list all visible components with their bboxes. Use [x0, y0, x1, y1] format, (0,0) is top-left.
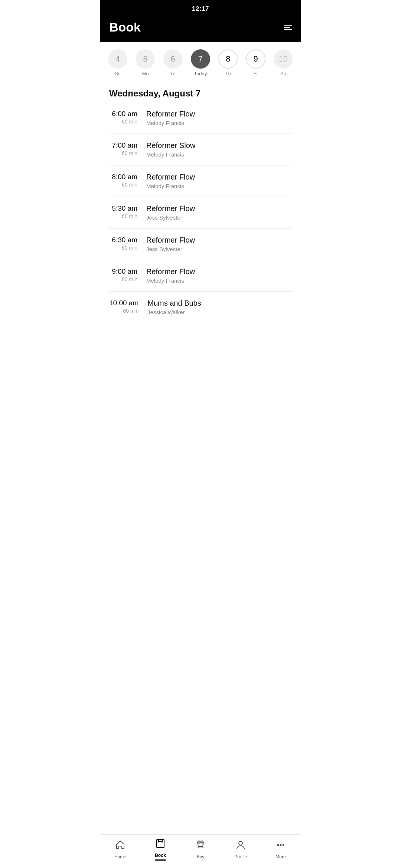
class-info-4: Reformer Flow Jess Sylvester: [146, 204, 292, 221]
class-item-6[interactable]: 9:00 am 60 min Reformer Flow Melody Fran…: [109, 260, 292, 292]
date-item-today[interactable]: 7 Today: [189, 49, 212, 76]
class-info-7: Mums and Bubs Jessica Walker: [147, 299, 292, 315]
page-title: Book: [109, 20, 141, 34]
class-item-1[interactable]: 6:00 am 60 min Reformer Flow Melody Fran…: [109, 102, 292, 134]
date-circle-6: 6: [163, 49, 183, 69]
date-circle-9: 9: [246, 49, 265, 69]
date-circle-7: 7: [191, 49, 210, 69]
class-info-3: Reformer Flow Melody Francis: [146, 173, 292, 189]
class-info-5: Reformer Flow Jess Sylvester: [146, 236, 292, 252]
date-item-th[interactable]: 8 Th: [217, 49, 239, 76]
class-item-4[interactable]: 5:30 am 60 min Reformer Flow Jess Sylves…: [109, 197, 292, 228]
date-label-tu: Tu: [170, 71, 176, 76]
class-list: 6:00 am 60 min Reformer Flow Melody Fran…: [100, 102, 301, 323]
app-header: Book: [100, 16, 301, 42]
class-time-4: 5:30 am 60 min: [109, 204, 146, 219]
date-item-sa[interactable]: 10 Sa: [272, 49, 294, 76]
class-info-1: Reformer Flow Melody Francis: [146, 110, 292, 126]
class-time-1: 6:00 am 60 min: [109, 110, 146, 125]
class-item-2[interactable]: 7:00 am 60 min Reformer Slow Melody Fran…: [109, 134, 292, 165]
date-label-sa: Sa: [280, 71, 286, 76]
date-label-su: Su: [115, 71, 121, 76]
status-time: 12:17: [192, 5, 209, 12]
class-info-6: Reformer Flow Melody Francis: [146, 267, 292, 284]
date-selector: 4 Su 5 Mo 6 Tu 7 Today 8 Th 9 Fr 10 Sa: [100, 42, 301, 82]
class-item-5[interactable]: 6:30 am 60 min Reformer Flow Jess Sylves…: [109, 228, 292, 260]
class-time-3: 8:00 am 60 min: [109, 173, 146, 188]
date-circle-10: 10: [274, 49, 293, 69]
class-item-7[interactable]: 10:00 am 60 min Mums and Bubs Jessica Wa…: [109, 292, 292, 323]
date-item-tu[interactable]: 6 Tu: [162, 49, 184, 76]
date-item-su[interactable]: 4 Su: [107, 49, 129, 76]
class-time-7: 10:00 am 60 min: [109, 299, 147, 314]
date-heading: Wednesday, August 7: [100, 82, 301, 102]
date-item-fr[interactable]: 9 Fr: [245, 49, 267, 76]
class-item-3[interactable]: 8:00 am 60 min Reformer Flow Melody Fran…: [109, 165, 292, 197]
class-time-6: 9:00 am 60 min: [109, 267, 146, 282]
page-content: 4 Su 5 Mo 6 Tu 7 Today 8 Th 9 Fr 10 Sa W…: [100, 42, 301, 356]
date-label-th: Th: [225, 71, 231, 76]
filter-icon[interactable]: [284, 25, 292, 30]
date-circle-8: 8: [218, 49, 238, 69]
date-item-mo[interactable]: 5 Mo: [134, 49, 156, 76]
date-circle-4: 4: [108, 49, 127, 69]
class-time-5: 6:30 am 60 min: [109, 236, 146, 251]
date-label-fr: Fr: [253, 71, 258, 76]
date-label-today: Today: [194, 71, 207, 76]
status-bar: 12:17: [100, 0, 301, 16]
date-label-mo: Mo: [142, 71, 149, 76]
date-circle-5: 5: [136, 49, 155, 69]
class-info-2: Reformer Slow Melody Francis: [146, 141, 292, 158]
class-time-2: 7:00 am 60 min: [109, 141, 146, 156]
